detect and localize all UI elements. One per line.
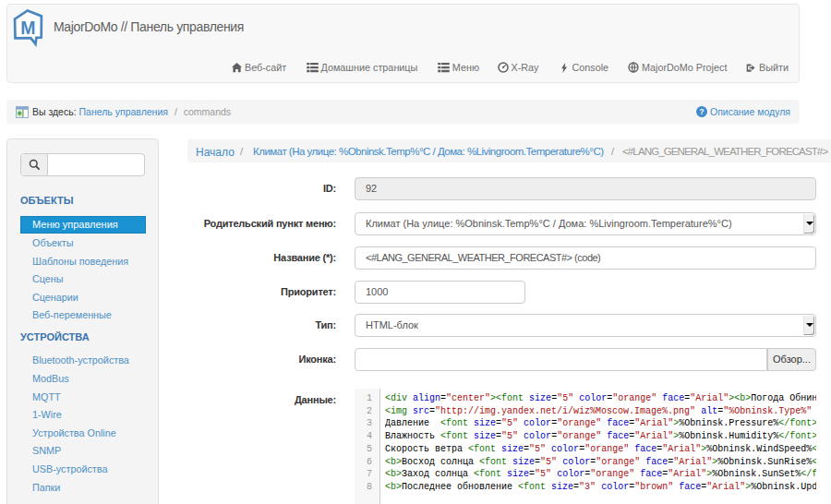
svg-text:M: M — [20, 18, 35, 38]
svg-text:?: ? — [699, 108, 704, 116]
